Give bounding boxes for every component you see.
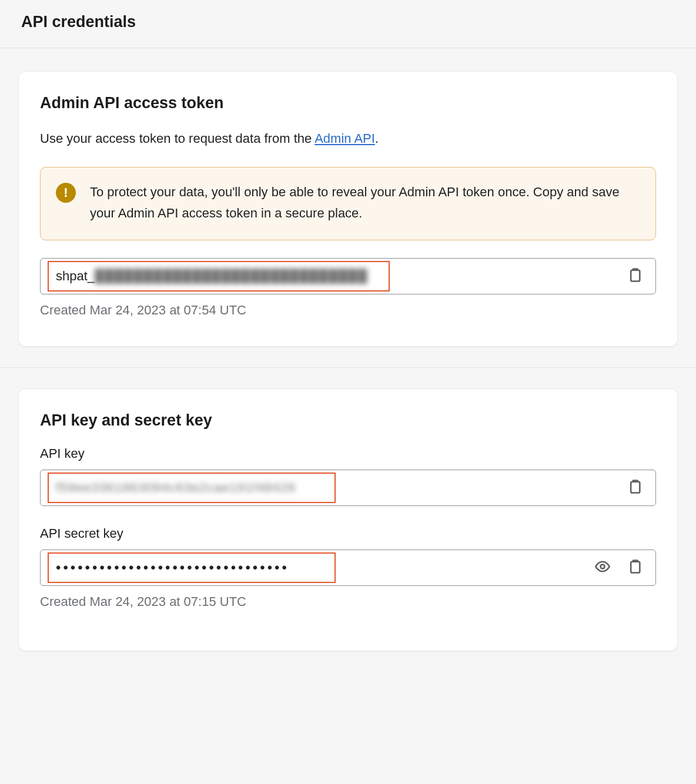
api-secret-label: API secret key bbox=[40, 526, 656, 541]
api-key-highlight: f59ee3361863094c63e2cae191f48426 bbox=[48, 473, 336, 503]
api-secret-created: Created Mar 24, 2023 at 07:15 UTC bbox=[40, 594, 656, 609]
svg-rect-1 bbox=[631, 482, 640, 493]
access-token-highlight: shpat_ ████████████████████████████ bbox=[48, 261, 390, 292]
clipboard-icon bbox=[626, 558, 643, 577]
api-keys-title: API key and secret key bbox=[40, 411, 656, 430]
divider bbox=[0, 48, 696, 48]
copy-secret-button[interactable] bbox=[624, 556, 645, 579]
api-key-blurred: f59ee3361863094c63e2cae191f48426 bbox=[56, 480, 296, 495]
access-token-field[interactable]: shpat_ ████████████████████████████ bbox=[40, 258, 656, 294]
bottom-spacer bbox=[0, 672, 696, 687]
copy-api-key-button[interactable] bbox=[624, 476, 645, 499]
admin-api-link[interactable]: Admin API bbox=[314, 131, 375, 146]
api-secret-masked: •••••••••••••••••••••••••••••••• bbox=[56, 561, 289, 575]
clipboard-icon bbox=[626, 478, 643, 497]
copy-access-token-button[interactable] bbox=[624, 264, 645, 287]
api-key-field[interactable]: f59ee3361863094c63e2cae191f48426 bbox=[40, 470, 656, 506]
desc-suffix: . bbox=[375, 131, 379, 146]
access-token-blurred: ████████████████████████████ bbox=[95, 269, 367, 284]
api-key-field-wrap: API key f59ee3361863094c63e2cae191f48426 bbox=[40, 446, 656, 506]
svg-rect-3 bbox=[631, 562, 640, 573]
admin-token-card: Admin API access token Use your access t… bbox=[19, 72, 677, 346]
api-secret-actions bbox=[592, 556, 651, 579]
divider bbox=[0, 367, 696, 368]
svg-rect-0 bbox=[631, 270, 640, 282]
access-token-field-wrap: shpat_ ████████████████████████████ Crea… bbox=[40, 258, 656, 318]
warning-icon: ! bbox=[56, 183, 76, 203]
reveal-secret-button[interactable] bbox=[592, 556, 613, 579]
api-keys-card: API key and secret key API key f59ee3361… bbox=[19, 389, 677, 651]
eye-icon bbox=[594, 558, 611, 577]
admin-token-description: Use your access token to request data fr… bbox=[40, 129, 656, 148]
access-token-actions bbox=[624, 264, 651, 287]
access-token-prefix: shpat_ bbox=[56, 269, 95, 284]
svg-point-2 bbox=[601, 565, 605, 569]
desc-prefix: Use your access token to request data fr… bbox=[40, 131, 314, 146]
page-header: API credentials bbox=[0, 0, 696, 48]
admin-token-title: Admin API access token bbox=[40, 94, 656, 112]
api-secret-field[interactable]: •••••••••••••••••••••••••••••••• bbox=[40, 550, 656, 586]
page-title: API credentials bbox=[21, 13, 675, 31]
access-token-created: Created Mar 24, 2023 at 07:54 UTC bbox=[40, 303, 656, 318]
api-secret-field-wrap: API secret key •••••••••••••••••••••••••… bbox=[40, 526, 656, 609]
clipboard-icon bbox=[626, 267, 643, 285]
warning-text: To protect your data, you'll only be abl… bbox=[90, 182, 639, 225]
api-key-actions bbox=[624, 476, 651, 499]
api-secret-highlight: •••••••••••••••••••••••••••••••• bbox=[48, 552, 336, 583]
api-key-label: API key bbox=[40, 446, 656, 461]
token-reveal-warning: ! To protect your data, you'll only be a… bbox=[40, 167, 656, 240]
